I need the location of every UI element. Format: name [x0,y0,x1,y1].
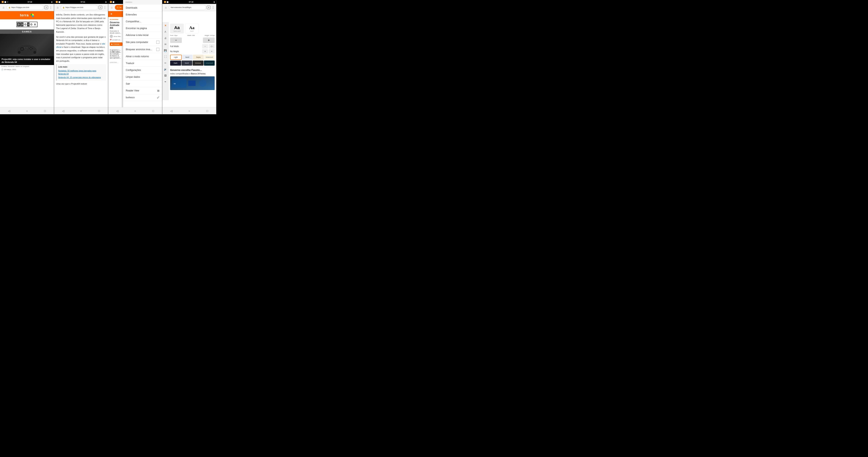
svg-point-10 [18,51,21,54]
menu-label-modo-noturno: Ativar o modo noturno [126,55,149,58]
recent-btn-4[interactable]: □ [203,108,211,114]
menu-item-burlesco[interactable]: burlesco 🖊 [123,94,162,101]
menu-item-extensoes[interactable]: Extensões [123,11,162,18]
reader-sidebar: ✕ A 🖨 ✉ 💾 ⛶ ✏ 🔊 🖼 ✒ [162,22,168,100]
sidebar-expand-icon[interactable]: ⛶ [163,55,167,59]
sidebar-print-icon[interactable]: 🖨 [163,36,167,40]
read-more-link-2[interactable]: Nintendo 64: 15 comerciais épicos do vid… [58,76,104,79]
menu-item-site-computador[interactable]: Site para computador [123,39,162,46]
date-text: 18 março, 2021 [4,68,16,70]
read-more-link-1[interactable]: Nostalgia: 50 melhores jogos lançados pa… [58,69,104,75]
theme-dark-btn[interactable]: Dark [170,61,181,66]
reader-font-panel: Aa Sans-serif Aa Serif Font: 16px Width:… [168,22,216,67]
font-row: Aa Sans-serif Aa Serif [170,24,215,33]
full-width-label: Full Width [170,45,179,48]
menu-label-extensoes: Extensões [126,13,137,16]
width-contract-btn[interactable]: →|← [209,44,215,49]
tab-count-4[interactable]: 3 [207,6,210,9]
menu-item-encontrar[interactable]: Encontrar na página [123,25,162,32]
font-increase-btn[interactable]: + [203,37,215,43]
checkbox-site-computador[interactable] [156,41,159,44]
font-sans-sample[interactable]: Aa Sans-serif [170,24,184,33]
menu-dots-2[interactable]: ⋮ [103,6,107,9]
align-right-btn[interactable]: ≡ [209,49,215,54]
back-btn-4[interactable]: ◁ [167,108,175,114]
menu-label-encontrar: Encontrar na página [126,27,147,30]
recent-btn-2[interactable]: □ [95,108,103,114]
close-button[interactable]: ✕ [109,12,114,17]
tab-count-2[interactable]: 1 [99,6,102,9]
home-btn-2[interactable]: ○ [77,108,85,114]
reader-view-icon: ▤ [157,89,159,92]
align-left-btn[interactable]: ≡ [202,49,208,54]
url-bar-4[interactable]: kiwi-extension://ecabifbgm [169,5,206,10]
menu-item-compartilhar[interactable]: Compartilhar... [123,18,162,25]
menu-item-adicionar[interactable]: Adicionar à tela inicial [123,32,162,39]
home-button-3[interactable]: ⌂ [110,5,114,10]
menu-item-configuracoes[interactable]: Configurações [123,67,162,73]
wifi-icon: ⬤ [4,1,6,3]
back-btn-2[interactable]: ◁ [59,108,67,114]
menu-dots-1[interactable]: ⋮ [49,6,53,9]
bg-share-btn[interactable]: ▶ Compar... [110,42,122,46]
menu-label-downloads: Downloads [126,6,137,9]
sidebar-close-icon[interactable]: ✕ [163,24,167,28]
theme-row-light: Light Nord Sepia Solarized [170,55,215,60]
article-image: Project64: veja como instalar e usar o e… [0,34,54,65]
home-btn-4[interactable]: ○ [185,108,193,114]
sidebar-edit-icon[interactable]: ✏ [163,61,167,65]
site-link[interactable]: site oficial [56,42,105,49]
menu-item-modo-noturno[interactable]: Ativar o modo noturno [123,53,162,60]
url-bar-1[interactable]: 🔒 https://33giga.com.br/e [7,5,44,10]
menu-dots-4[interactable]: ⋮ [211,6,215,9]
back-btn-1[interactable]: ◁ [5,108,13,114]
terra-logo: terra [20,13,34,18]
home-btn-3[interactable]: ○ [131,108,139,114]
phone-1: 📶 ⬤ ⊙ 07:40 ▮ ⌂ 🔒 https://33giga.com.br/… [0,0,54,114]
sidebar-volume-icon[interactable]: 🔊 [163,67,167,71]
menu-item-traduzir[interactable]: Traduzir [123,60,162,67]
svg-point-2 [21,48,23,50]
logo-3: 3 [17,23,20,26]
sidebar-mail-icon[interactable]: ✉ [163,42,167,46]
url-bar-2[interactable]: 🔒 https://33giga.com.br/e [61,5,98,10]
menu-label-site-computador: Site para computador [126,41,148,43]
home-button-1[interactable]: ⌂ [1,5,6,10]
menu-item-downloads[interactable]: Downloads [123,4,162,11]
width-expand-btn[interactable]: ↔ [202,44,208,49]
back-btn-3[interactable]: ◁ [113,108,121,114]
font-decrease-btn[interactable]: − [170,37,182,43]
home-btn-1[interactable]: ○ [23,108,31,114]
checkbox-bloquear[interactable] [156,48,159,51]
font-serif-sample[interactable]: Aa Serif [185,24,199,33]
site-logo: 3 3 G I G A [17,22,37,27]
recent-btn-3[interactable]: □ [149,108,157,114]
time-1: 07:40 [28,1,32,3]
theme-solarized-dark-btn[interactable]: Solarized [204,61,215,66]
theme-nord-dark-btn[interactable]: Nord [182,61,192,66]
theme-nord-light-btn[interactable]: Nord [182,55,193,60]
recent-btn-1[interactable]: □ [41,108,49,114]
sidebar-pen-icon[interactable]: ✒ [163,80,167,84]
article-text-1: telinha. Dentro deste contexto, um dos v… [56,13,106,34]
theme-sepia-btn[interactable]: Sepia [193,55,204,60]
sidebar-save-icon[interactable]: 💾 [163,49,167,53]
home-button-4[interactable]: ⌂ [163,5,168,10]
menu-item-bloquear[interactable]: Bloquear anúncios inva... [123,46,162,53]
tab-count-1[interactable]: 1 [44,6,48,9]
date-bar: 🕐 18 março, 2021 [0,68,54,71]
home-button-2[interactable]: ⌂ [55,5,60,10]
sidebar-image-icon[interactable]: 🖼 [163,73,167,78]
theme-light-btn[interactable]: Light [170,55,182,60]
signal-2: 📶 ⬤ [56,1,60,3]
menu-label-compartilhar: Compartilhar... [126,20,141,23]
games-section-title: GAMES [0,30,54,34]
menu-item-sair[interactable]: Sair [123,81,162,87]
url-text-2: https://33giga.com.br/e [65,6,84,8]
menu-item-limpar[interactable]: Limpar dados [123,73,162,81]
sidebar-font-icon[interactable]: A [163,30,167,34]
theme-groove-btn[interactable]: Groove [193,61,204,66]
theme-solarized-light-btn[interactable]: Solarized [204,55,215,60]
menu-item-reader-view[interactable]: Reader View ▤ [123,87,162,94]
height-label: Height: 19.2px [205,35,215,36]
